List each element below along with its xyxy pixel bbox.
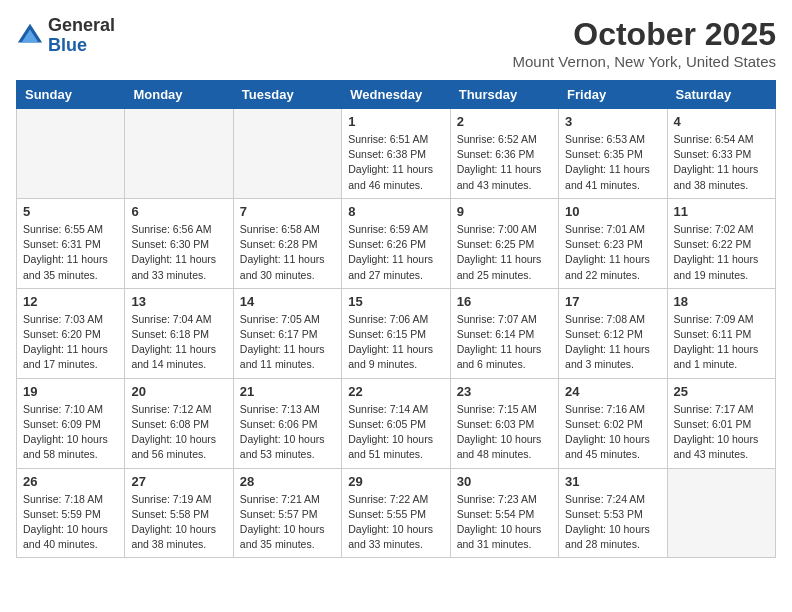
calendar-cell: 3Sunrise: 6:53 AMSunset: 6:35 PMDaylight… [559, 109, 667, 199]
day-info: Sunrise: 7:01 AMSunset: 6:23 PMDaylight:… [565, 222, 660, 283]
day-number: 27 [131, 474, 226, 489]
day-of-week-header: Wednesday [342, 81, 450, 109]
day-number: 21 [240, 384, 335, 399]
day-info: Sunrise: 7:03 AMSunset: 6:20 PMDaylight:… [23, 312, 118, 373]
day-of-week-header: Saturday [667, 81, 775, 109]
day-number: 26 [23, 474, 118, 489]
day-number: 29 [348, 474, 443, 489]
calendar-week-row: 1Sunrise: 6:51 AMSunset: 6:38 PMDaylight… [17, 109, 776, 199]
calendar-cell: 9Sunrise: 7:00 AMSunset: 6:25 PMDaylight… [450, 198, 558, 288]
day-of-week-header: Thursday [450, 81, 558, 109]
day-number: 1 [348, 114, 443, 129]
calendar-cell: 27Sunrise: 7:19 AMSunset: 5:58 PMDayligh… [125, 468, 233, 558]
day-number: 7 [240, 204, 335, 219]
day-info: Sunrise: 7:18 AMSunset: 5:59 PMDaylight:… [23, 492, 118, 553]
day-info: Sunrise: 6:54 AMSunset: 6:33 PMDaylight:… [674, 132, 769, 193]
calendar-cell: 6Sunrise: 6:56 AMSunset: 6:30 PMDaylight… [125, 198, 233, 288]
day-info: Sunrise: 7:21 AMSunset: 5:57 PMDaylight:… [240, 492, 335, 553]
calendar-cell: 21Sunrise: 7:13 AMSunset: 6:06 PMDayligh… [233, 378, 341, 468]
calendar-cell: 26Sunrise: 7:18 AMSunset: 5:59 PMDayligh… [17, 468, 125, 558]
day-number: 2 [457, 114, 552, 129]
calendar-cell: 7Sunrise: 6:58 AMSunset: 6:28 PMDaylight… [233, 198, 341, 288]
day-info: Sunrise: 7:04 AMSunset: 6:18 PMDaylight:… [131, 312, 226, 373]
calendar-cell: 1Sunrise: 6:51 AMSunset: 6:38 PMDaylight… [342, 109, 450, 199]
day-info: Sunrise: 6:58 AMSunset: 6:28 PMDaylight:… [240, 222, 335, 283]
day-info: Sunrise: 6:51 AMSunset: 6:38 PMDaylight:… [348, 132, 443, 193]
day-number: 16 [457, 294, 552, 309]
day-info: Sunrise: 7:16 AMSunset: 6:02 PMDaylight:… [565, 402, 660, 463]
day-number: 8 [348, 204, 443, 219]
calendar-cell [17, 109, 125, 199]
calendar-week-row: 19Sunrise: 7:10 AMSunset: 6:09 PMDayligh… [17, 378, 776, 468]
day-number: 17 [565, 294, 660, 309]
day-info: Sunrise: 7:17 AMSunset: 6:01 PMDaylight:… [674, 402, 769, 463]
day-number: 11 [674, 204, 769, 219]
calendar-cell: 30Sunrise: 7:23 AMSunset: 5:54 PMDayligh… [450, 468, 558, 558]
day-info: Sunrise: 7:06 AMSunset: 6:15 PMDaylight:… [348, 312, 443, 373]
day-number: 19 [23, 384, 118, 399]
day-info: Sunrise: 7:12 AMSunset: 6:08 PMDaylight:… [131, 402, 226, 463]
day-info: Sunrise: 7:14 AMSunset: 6:05 PMDaylight:… [348, 402, 443, 463]
calendar-cell [125, 109, 233, 199]
day-number: 18 [674, 294, 769, 309]
day-info: Sunrise: 7:13 AMSunset: 6:06 PMDaylight:… [240, 402, 335, 463]
calendar-cell: 10Sunrise: 7:01 AMSunset: 6:23 PMDayligh… [559, 198, 667, 288]
calendar-week-row: 12Sunrise: 7:03 AMSunset: 6:20 PMDayligh… [17, 288, 776, 378]
calendar-cell: 11Sunrise: 7:02 AMSunset: 6:22 PMDayligh… [667, 198, 775, 288]
calendar-cell: 28Sunrise: 7:21 AMSunset: 5:57 PMDayligh… [233, 468, 341, 558]
calendar-cell: 22Sunrise: 7:14 AMSunset: 6:05 PMDayligh… [342, 378, 450, 468]
day-number: 10 [565, 204, 660, 219]
day-of-week-header: Monday [125, 81, 233, 109]
day-number: 5 [23, 204, 118, 219]
title-block: October 2025 Mount Vernon, New York, Uni… [513, 16, 777, 70]
day-info: Sunrise: 7:09 AMSunset: 6:11 PMDaylight:… [674, 312, 769, 373]
day-info: Sunrise: 7:15 AMSunset: 6:03 PMDaylight:… [457, 402, 552, 463]
calendar-week-row: 26Sunrise: 7:18 AMSunset: 5:59 PMDayligh… [17, 468, 776, 558]
day-info: Sunrise: 6:53 AMSunset: 6:35 PMDaylight:… [565, 132, 660, 193]
location: Mount Vernon, New York, United States [513, 53, 777, 70]
day-info: Sunrise: 7:19 AMSunset: 5:58 PMDaylight:… [131, 492, 226, 553]
calendar-cell: 8Sunrise: 6:59 AMSunset: 6:26 PMDaylight… [342, 198, 450, 288]
calendar-cell [667, 468, 775, 558]
day-number: 4 [674, 114, 769, 129]
day-info: Sunrise: 6:55 AMSunset: 6:31 PMDaylight:… [23, 222, 118, 283]
day-number: 6 [131, 204, 226, 219]
logo-text: General Blue [48, 16, 115, 56]
calendar-cell: 31Sunrise: 7:24 AMSunset: 5:53 PMDayligh… [559, 468, 667, 558]
day-number: 12 [23, 294, 118, 309]
day-info: Sunrise: 7:02 AMSunset: 6:22 PMDaylight:… [674, 222, 769, 283]
calendar-cell: 12Sunrise: 7:03 AMSunset: 6:20 PMDayligh… [17, 288, 125, 378]
day-number: 20 [131, 384, 226, 399]
logo-blue-text: Blue [48, 36, 115, 56]
logo-icon [16, 22, 44, 50]
day-of-week-header: Sunday [17, 81, 125, 109]
logo-general-text: General [48, 16, 115, 36]
day-number: 25 [674, 384, 769, 399]
day-number: 13 [131, 294, 226, 309]
page-header: General Blue October 2025 Mount Vernon, … [16, 16, 776, 70]
calendar-cell: 23Sunrise: 7:15 AMSunset: 6:03 PMDayligh… [450, 378, 558, 468]
day-info: Sunrise: 6:59 AMSunset: 6:26 PMDaylight:… [348, 222, 443, 283]
day-info: Sunrise: 7:24 AMSunset: 5:53 PMDaylight:… [565, 492, 660, 553]
month-title: October 2025 [513, 16, 777, 53]
day-info: Sunrise: 6:52 AMSunset: 6:36 PMDaylight:… [457, 132, 552, 193]
calendar-cell: 20Sunrise: 7:12 AMSunset: 6:08 PMDayligh… [125, 378, 233, 468]
calendar-cell: 25Sunrise: 7:17 AMSunset: 6:01 PMDayligh… [667, 378, 775, 468]
day-number: 15 [348, 294, 443, 309]
calendar-cell: 29Sunrise: 7:22 AMSunset: 5:55 PMDayligh… [342, 468, 450, 558]
calendar-header-row: SundayMondayTuesdayWednesdayThursdayFrid… [17, 81, 776, 109]
day-info: Sunrise: 6:56 AMSunset: 6:30 PMDaylight:… [131, 222, 226, 283]
day-number: 24 [565, 384, 660, 399]
day-number: 23 [457, 384, 552, 399]
day-info: Sunrise: 7:08 AMSunset: 6:12 PMDaylight:… [565, 312, 660, 373]
calendar-cell: 18Sunrise: 7:09 AMSunset: 6:11 PMDayligh… [667, 288, 775, 378]
calendar-cell: 14Sunrise: 7:05 AMSunset: 6:17 PMDayligh… [233, 288, 341, 378]
calendar-cell: 19Sunrise: 7:10 AMSunset: 6:09 PMDayligh… [17, 378, 125, 468]
calendar-cell [233, 109, 341, 199]
calendar-cell: 2Sunrise: 6:52 AMSunset: 6:36 PMDaylight… [450, 109, 558, 199]
calendar-cell: 13Sunrise: 7:04 AMSunset: 6:18 PMDayligh… [125, 288, 233, 378]
day-number: 9 [457, 204, 552, 219]
calendar-cell: 16Sunrise: 7:07 AMSunset: 6:14 PMDayligh… [450, 288, 558, 378]
day-info: Sunrise: 7:05 AMSunset: 6:17 PMDaylight:… [240, 312, 335, 373]
calendar-cell: 4Sunrise: 6:54 AMSunset: 6:33 PMDaylight… [667, 109, 775, 199]
